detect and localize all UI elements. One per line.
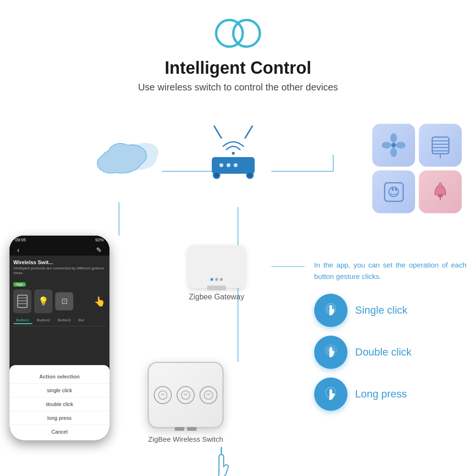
switch-ports: [175, 427, 197, 431]
svg-point-56: [204, 391, 213, 399]
app-description: In the app, you can set the operation of…: [314, 259, 466, 282]
phone-action-double[interactable]: double click: [10, 397, 109, 411]
phone-button-tabs: Button1 Button2 Button3 But: [13, 317, 106, 327]
phone: 09:05 92% ‹ ✎ Wirelelss Swit... Intellig…: [10, 236, 109, 440]
click-options: Single click Double click: [314, 294, 466, 411]
phone-app-title: Wirelelss Swit...: [13, 259, 106, 265]
svg-point-54: [159, 391, 167, 399]
phone-container: 09:05 92% ‹ ✎ Wirelelss Swit... Intellig…: [10, 236, 109, 440]
gateway-dot-3: [220, 278, 223, 281]
switch-port-1: [175, 427, 184, 431]
gateway-dot-1: [210, 278, 213, 281]
right-panel: In the app, you can set the operation of…: [314, 259, 466, 411]
subtitle: Use wireless switch to control the other…: [0, 82, 476, 93]
phone-blinds-thumb: [13, 289, 31, 313]
switch-btn-2: [177, 386, 195, 404]
svg-point-33: [396, 142, 406, 149]
svg-point-26: [234, 163, 238, 167]
gateway-label: Zigbee Gateway: [188, 293, 245, 301]
phone-nav-bar: ‹ ✎: [10, 244, 109, 256]
phone-tab-btn2[interactable]: Button2: [34, 317, 53, 324]
svg-point-28: [214, 173, 219, 178]
phone-action-menu: Action selection single click double cli…: [10, 365, 109, 440]
hand-gesture-icon: [205, 445, 238, 476]
gateway-dot-2: [215, 278, 218, 281]
switch-btn-1: [154, 386, 172, 404]
phone-tab-btn3[interactable]: Button3: [55, 317, 74, 324]
phone-app-desc: Intelligent products are connected by di…: [13, 266, 106, 276]
switch-btn-3: [199, 386, 218, 404]
phone-action-header: Action selection: [10, 370, 109, 384]
svg-point-25: [227, 163, 230, 167]
svg-point-32: [390, 133, 397, 143]
wireless-switch: ZigBee Wireless Switch: [148, 362, 224, 443]
switch-label: ZigBee Wireless Switch: [148, 435, 224, 443]
phone-badge: High: [13, 282, 26, 287]
svg-point-34: [390, 148, 397, 157]
page-container: Intelligent Control Use wireless switch …: [0, 0, 476, 476]
svg-point-24: [219, 163, 223, 167]
phone-screen: 09:05 92% ‹ ✎ Wirelelss Swit... Intellig…: [10, 236, 109, 440]
svg-point-55: [181, 391, 190, 399]
gateway-box: [188, 245, 245, 288]
svg-point-49: [439, 182, 442, 185]
phone-hand-icon: 👆: [94, 296, 106, 307]
svg-point-30: [248, 173, 252, 178]
long-press-label: Long press: [355, 388, 407, 400]
svg-point-1: [233, 20, 260, 47]
phone-action-single[interactable]: single click: [10, 384, 109, 397]
svg-rect-47: [438, 195, 443, 197]
single-click-option: Single click: [314, 294, 466, 327]
phone-content: Wirelelss Swit... Intelligent products a…: [10, 256, 109, 365]
svg-point-36: [392, 143, 396, 147]
zigbee-gateway: Zigbee Gateway: [188, 245, 245, 301]
switch-body: [148, 362, 224, 428]
phone-action-cancel[interactable]: Cancel: [10, 425, 109, 438]
svg-rect-43: [385, 183, 403, 201]
double-click-option: Double click: [314, 336, 466, 369]
outlet-icon-box: [372, 170, 415, 213]
devices-grid: [372, 124, 462, 213]
svg-rect-45: [392, 188, 394, 191]
svg-rect-46: [395, 188, 397, 191]
fan-icon-box: [372, 124, 415, 167]
double-click-circle: [314, 336, 347, 369]
svg-point-22: [232, 152, 235, 155]
phone-tab-btn1[interactable]: Button1: [13, 317, 32, 324]
phone-status-bar: 09:05 92%: [10, 236, 109, 244]
svg-rect-50: [18, 295, 27, 307]
header: Intelligent Control Use wireless switch …: [0, 0, 476, 98]
phone-outlet-thumb: ⊡: [55, 292, 73, 310]
phone-battery: 92%: [95, 238, 104, 242]
switch-port-2: [187, 427, 197, 431]
svg-line-20: [214, 126, 221, 138]
phone-back-button[interactable]: ‹: [17, 246, 20, 254]
lamp-icon-box: [419, 170, 462, 213]
svg-point-35: [382, 142, 391, 149]
diagram: Zigbee Gateway 09:05 92% ‹ ✎: [0, 98, 476, 476]
long-press-option: Long press: [314, 377, 466, 411]
svg-line-21: [245, 126, 252, 138]
svg-rect-23: [212, 157, 255, 174]
gateway-usb-port: [207, 286, 226, 290]
phone-time: 09:05: [15, 238, 26, 242]
single-click-label: Single click: [355, 304, 407, 317]
cloud-icon: [88, 126, 164, 176]
svg-point-19: [109, 144, 132, 161]
single-click-circle: [314, 294, 347, 327]
phone-bulb-icon: 💡: [38, 296, 49, 307]
phone-devices-row: 💡 ⊡ 👆: [13, 289, 106, 313]
long-press-circle: [314, 377, 347, 411]
logo-rings: [209, 14, 267, 54]
phone-action-long[interactable]: long press: [10, 411, 109, 425]
phone-bulb-thumb: 💡: [34, 289, 52, 313]
router-icon: [205, 124, 262, 188]
phone-edit-button[interactable]: ✎: [96, 246, 102, 254]
blinds-icon-box: [419, 124, 462, 167]
double-click-label: Double click: [355, 346, 412, 358]
main-title: Intelligent Control: [0, 58, 476, 78]
phone-tab-btn4[interactable]: But: [76, 317, 87, 324]
gateway-dots: [210, 278, 223, 281]
